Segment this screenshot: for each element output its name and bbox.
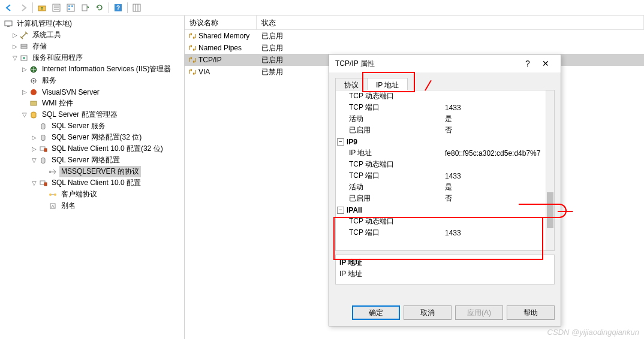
list-row[interactable]: Shared Memory已启用 xyxy=(185,30,644,42)
tree-sql-config-mgr[interactable]: ▽ SQL Server 配置管理器 xyxy=(0,109,184,120)
tree-storage[interactable]: ▷ 存储 xyxy=(0,41,184,52)
dialog-title: TCP/IP 属性 xyxy=(335,59,519,69)
tree-visualsvn[interactable]: ▷ VisualSVN Server xyxy=(0,86,184,98)
property-name: TCP 动态端口 xyxy=(336,216,443,226)
help-button[interactable]: ? xyxy=(519,59,537,68)
property-row[interactable]: IP 地址fe80::f95c:a302:cd5e:d4b7%7 xyxy=(336,147,554,159)
tree-mssql-protocols[interactable]: MSSQLSERVER 的协议 xyxy=(0,166,184,177)
iis-icon xyxy=(29,65,38,74)
help-icon[interactable]: ? xyxy=(112,1,125,14)
property-row[interactable]: TCP 动态端口 xyxy=(336,159,554,170)
properties-icon[interactable] xyxy=(50,1,63,14)
property-row[interactable]: TCP 动态端口 xyxy=(336,216,554,227)
expand-icon[interactable]: ▷ xyxy=(20,88,29,96)
property-value[interactable]: fe80::f95c:a302:cd5e:d4b7%7 xyxy=(443,149,554,158)
list-icon[interactable] xyxy=(64,1,77,14)
property-value[interactable]: 1433 xyxy=(443,172,554,180)
blank xyxy=(20,99,29,108)
tree-label: 存储 xyxy=(31,41,49,52)
back-icon[interactable] xyxy=(2,1,16,14)
col-protocol-name[interactable]: 协议名称 xyxy=(185,16,257,29)
expand-icon[interactable]: ▷ xyxy=(20,65,29,74)
tab-ip-address[interactable]: IP 地址 xyxy=(367,78,408,90)
tree-sql-native[interactable]: ▽ SQL Native Client 10.0 配置 xyxy=(0,177,184,189)
tree-label: SQL Native Client 10.0 配置 xyxy=(50,177,143,189)
svg-rect-30 xyxy=(44,149,47,152)
toolbar: ? xyxy=(0,0,644,16)
protocol-icon xyxy=(188,44,197,52)
close-button[interactable]: ✕ xyxy=(537,59,555,68)
apply-button[interactable]: 应用(A) xyxy=(455,305,503,320)
tree-wmi[interactable]: WMI 控件 xyxy=(0,98,184,109)
tree-aliases[interactable]: A 别名 xyxy=(0,200,184,211)
property-name: 已启用 xyxy=(336,125,443,135)
dialog-body: 协议 IP 地址 TCP 动态端口TCP 端口1433活动是已启用否−IP9IP… xyxy=(329,72,561,289)
protocol-status: 已启用 xyxy=(257,43,283,53)
tree-sql-native-32[interactable]: ▷ SQL Native Client 10.0 配置(32 位) xyxy=(0,143,184,155)
tree-system-tools[interactable]: ▷ 系统工具 xyxy=(0,29,184,41)
protocol-name: Named Pipes xyxy=(198,44,242,52)
tree-sql-services[interactable]: SQL Server 服务 xyxy=(0,120,184,132)
property-group[interactable]: −IP9 xyxy=(336,136,554,147)
property-name: IP 地址 xyxy=(336,148,443,158)
svg-rect-15 xyxy=(5,21,12,26)
tree-label: SQL Server 网络配置 xyxy=(50,155,122,166)
expand-icon[interactable]: ▷ xyxy=(11,31,19,40)
tree-sql-net[interactable]: ▽ SQL Server 网络配置 xyxy=(0,155,184,166)
property-row[interactable]: 已启用否 xyxy=(336,193,554,204)
tree-sql-net-32[interactable]: ▷ SQL Server 网络配置(32 位) xyxy=(0,132,184,143)
property-group[interactable]: −IPAll xyxy=(336,204,554,216)
collapse-icon[interactable]: ▽ xyxy=(30,179,38,187)
refresh-icon[interactable] xyxy=(93,1,106,14)
scrollbar-thumb[interactable] xyxy=(547,192,553,228)
collapse-icon[interactable]: − xyxy=(337,207,344,214)
collapse-icon[interactable]: ▽ xyxy=(30,156,38,165)
help-button[interactable]: 帮助 xyxy=(507,305,555,320)
property-value[interactable]: 是 xyxy=(443,182,554,192)
collapse-icon[interactable]: ▽ xyxy=(11,54,19,62)
property-value[interactable]: 否 xyxy=(443,125,554,135)
ok-button[interactable]: 确定 xyxy=(352,305,400,320)
tree-root[interactable]: 计算机管理(本地) xyxy=(0,18,184,29)
property-value[interactable]: 是 xyxy=(443,114,554,124)
columns-icon[interactable] xyxy=(130,1,143,14)
export-icon[interactable] xyxy=(79,1,92,14)
svg-rect-32 xyxy=(49,171,51,173)
property-row[interactable]: TCP 端口1433 xyxy=(336,102,554,113)
property-row[interactable]: 活动是 xyxy=(336,113,554,125)
collapse-icon[interactable]: ▽ xyxy=(20,111,29,119)
col-status[interactable]: 状态 xyxy=(257,16,644,29)
tree-services-item[interactable]: 服务 xyxy=(0,75,184,86)
cancel-button[interactable]: 取消 xyxy=(404,305,452,320)
tree-client-protocols[interactable]: 客户端协议 xyxy=(0,189,184,200)
expand-icon[interactable]: ▷ xyxy=(30,134,38,142)
db-icon xyxy=(38,122,48,131)
property-grid[interactable]: TCP 动态端口TCP 端口1433活动是已启用否−IP9IP 地址fe80::… xyxy=(335,90,555,251)
expand-icon[interactable]: ▷ xyxy=(11,43,19,51)
property-value[interactable]: 1433 xyxy=(443,104,554,112)
property-row[interactable]: 活动是 xyxy=(336,181,554,193)
expand-icon[interactable]: ▷ xyxy=(30,145,38,153)
tree-label: 别名 xyxy=(59,200,77,211)
property-row[interactable]: 已启用否 xyxy=(336,125,554,136)
scrollbar[interactable] xyxy=(546,90,554,250)
services-icon xyxy=(19,53,29,63)
svg-rect-12 xyxy=(133,4,140,11)
tab-protocol[interactable]: 协议 xyxy=(335,78,368,90)
list-row[interactable]: Named Pipes已启用 xyxy=(185,42,644,54)
tree-label: 服务 xyxy=(40,75,58,86)
protocol-name: VIA xyxy=(198,68,210,76)
property-group-name: IP9 xyxy=(347,138,357,146)
collapse-icon[interactable]: − xyxy=(337,138,344,146)
folder-up-icon[interactable] xyxy=(35,1,49,14)
property-value[interactable]: 否 xyxy=(443,193,554,204)
protocol-icon xyxy=(188,56,197,64)
tree-iis[interactable]: ▷ Internet Information Services (IIS)管理器 xyxy=(0,63,184,75)
property-row[interactable]: TCP 动态端口 xyxy=(336,90,554,102)
property-row[interactable]: TCP 端口1433 xyxy=(336,227,554,238)
forward-icon[interactable] xyxy=(17,1,30,14)
property-value[interactable]: 1433 xyxy=(443,229,554,237)
dialog-titlebar[interactable]: TCP/IP 属性 ? ✕ xyxy=(329,55,561,72)
property-row[interactable]: TCP 端口1433 xyxy=(336,170,554,181)
tree-services-apps[interactable]: ▽ 服务和应用程序 xyxy=(0,52,184,63)
